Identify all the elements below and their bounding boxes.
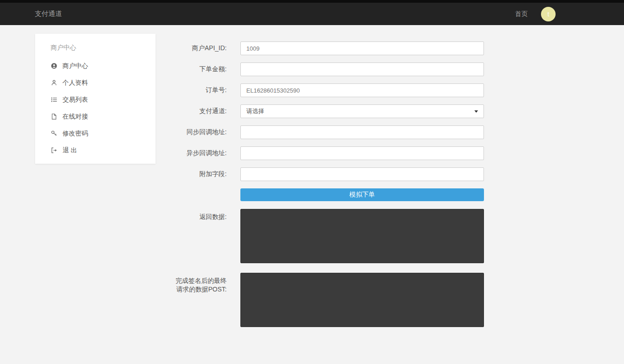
form-row-channel: 支付通道: 请选择 [140,104,484,118]
file-icon [51,113,57,120]
navbar-right-group: 首页 t [515,7,556,21]
simulate-order-button[interactable]: 模拟下单 [240,188,484,201]
async-callback-input[interactable] [240,146,484,160]
field-label: 支付通道: [140,107,240,115]
user-icon [51,79,57,86]
selected-option-label: 请选择 [246,107,264,115]
form-row-extra-field: 附加字段: [140,167,484,181]
extra-field-input[interactable] [240,167,484,181]
response-label: 返回数据: [140,209,240,221]
sidebar-item-label: 修改密码 [62,130,88,138]
post-data-textarea[interactable] [240,273,484,327]
order-number-input[interactable] [240,83,484,97]
sidebar-item-label: 个人资料 [62,79,88,87]
form-row-sync-callback: 同步回调地址: [140,125,484,139]
payment-channel-select[interactable]: 请选择 [240,104,484,118]
post-data-label: 完成签名后的最终 请求的数据POST: [140,273,240,294]
sidebar-item-label: 在线对接 [62,113,88,121]
sync-callback-input[interactable] [240,125,484,139]
sign-out-icon [51,147,57,154]
user-avatar[interactable]: t [541,7,556,21]
list-icon [51,96,57,103]
sidebar-card: 商户中心 商户中心 个人资料 交易列表 在线对接 修改密码 退 出 [35,34,156,164]
form-row-order-no: 订单号: [140,83,484,97]
api-id-input[interactable] [240,42,484,55]
form-row-response: 返回数据: [140,209,484,263]
field-label: 同步回调地址: [140,128,240,136]
sidebar-item-label: 交易列表 [62,96,88,104]
field-label: 下单金额: [140,65,240,73]
form-row-post-data: 完成签名后的最终 请求的数据POST: [140,273,484,327]
form-row-async-callback: 异步回调地址: [140,146,484,160]
form-row-amount: 下单金额: [140,62,484,76]
response-textarea[interactable] [240,209,484,263]
field-label: 异步回调地址: [140,149,240,157]
field-label: 商户API_ID: [140,44,240,52]
sidebar-item-label: 退 出 [62,146,77,155]
field-label: 订单号: [140,86,240,94]
sidebar-item-label: 商户中心 [62,62,88,70]
caret-down-icon [474,110,478,113]
field-label: 附加字段: [140,170,240,178]
key-icon [51,130,57,137]
user-circle-icon [51,62,57,69]
brand-title[interactable]: 支付通道 [35,10,62,18]
form-row-api-id: 商户API_ID: [140,42,484,55]
amount-input[interactable] [240,62,484,76]
top-navbar: 支付通道 首页 t [0,3,624,25]
order-simulation-form: 商户API_ID: 下单金额: 订单号: 支付通道: 请选择 同步回调地址: 异… [140,42,484,334]
nav-home-link[interactable]: 首页 [515,10,528,18]
